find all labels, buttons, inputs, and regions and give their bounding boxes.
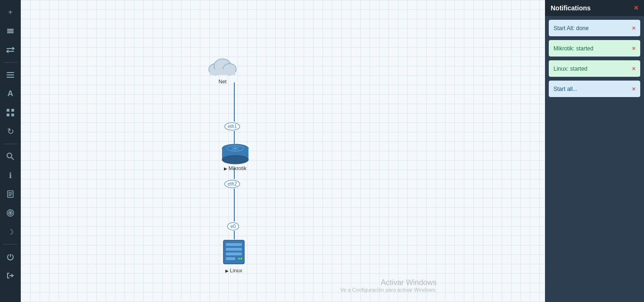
zoom-icon[interactable]	[2, 148, 19, 165]
svg-rect-39	[226, 243, 242, 246]
svg-point-43	[238, 258, 240, 260]
notification-close-4[interactable]: ×	[632, 85, 636, 92]
topology-svg	[21, 0, 545, 302]
svg-rect-7	[7, 77, 14, 78]
svg-line-13	[11, 157, 14, 160]
notification-text-4: Start all...	[553, 86, 578, 92]
notifications-close-button[interactable]: ×	[634, 4, 638, 12]
sidebar-divider-2	[3, 144, 17, 144]
notification-item-4: Start all... ×	[549, 81, 640, 97]
svg-point-44	[240, 258, 242, 260]
power-icon[interactable]	[2, 248, 19, 265]
eth2-badge: eth2	[224, 180, 240, 188]
svg-rect-6	[7, 74, 14, 75]
node-net[interactable]: Net	[206, 54, 239, 84]
notification-close-3[interactable]: ×	[632, 65, 636, 72]
notification-item-2: Mikrotik: started ×	[549, 40, 640, 57]
windows-watermark: Activar Windows Ve a Configuración para …	[340, 278, 437, 293]
svg-point-33	[222, 155, 248, 164]
notification-text-1: Start All: done	[553, 25, 589, 32]
node-mikrotik[interactable]: Mikrotik	[221, 144, 249, 171]
notification-item-3: Linux: started ×	[549, 60, 640, 77]
svg-rect-10	[7, 114, 9, 116]
moon-icon[interactable]: ☽	[2, 223, 19, 240]
notification-text-2: Mikrotik: started	[553, 45, 594, 52]
text-icon[interactable]: A	[2, 85, 19, 102]
server-icon	[222, 239, 246, 267]
target-icon[interactable]	[2, 204, 19, 221]
e0-badge: e0	[227, 222, 239, 230]
sidebar: + A ↻ ℹ	[0, 0, 21, 302]
svg-rect-42	[226, 257, 235, 260]
svg-rect-40	[226, 248, 242, 251]
notification-close-1[interactable]: ×	[632, 24, 636, 32]
svg-rect-9	[11, 109, 14, 112]
watermark-line1: Activar Windows	[340, 278, 437, 287]
svg-rect-8	[7, 109, 9, 112]
info-icon[interactable]: ℹ	[2, 167, 19, 184]
layers-icon[interactable]	[2, 23, 19, 40]
node-linux[interactable]: Linux	[222, 239, 246, 273]
notification-text-3: Linux: started	[553, 65, 587, 72]
sidebar-divider-1	[3, 62, 17, 63]
router-icon	[221, 144, 249, 164]
grid-icon[interactable]	[2, 104, 19, 121]
notifications-title: Notifications	[551, 4, 591, 12]
add-icon[interactable]: +	[2, 4, 19, 21]
node-net-label: Net	[218, 79, 226, 84]
notification-close-2[interactable]: ×	[632, 45, 636, 52]
list-icon[interactable]	[2, 66, 19, 83]
main-canvas[interactable]: Net eth1 Mikrotik eth2 e0	[21, 0, 545, 302]
connections-icon[interactable]	[2, 41, 19, 58]
node-e0[interactable]: e0	[227, 221, 239, 230]
logout-icon[interactable]	[2, 267, 19, 284]
svg-rect-5	[7, 72, 14, 73]
notifications-panel: Notifications × Start All: done × Mikrot…	[545, 0, 644, 302]
notification-item-1: Start All: done ×	[549, 20, 640, 36]
svg-rect-1	[7, 31, 14, 32]
node-linux-label: Linux	[225, 268, 242, 273]
svg-point-12	[7, 153, 12, 158]
svg-rect-0	[7, 29, 14, 30]
svg-point-20	[10, 212, 11, 214]
notifications-body: Start All: done × Mikrotik: started × Li…	[545, 16, 644, 302]
refresh-icon[interactable]: ↻	[2, 123, 19, 140]
svg-rect-30	[210, 69, 235, 75]
node-eth2[interactable]: eth2	[224, 179, 240, 188]
node-eth1[interactable]: eth1	[224, 122, 240, 130]
svg-rect-11	[11, 114, 14, 116]
node-mikrotik-label: Mikrotik	[224, 165, 246, 171]
svg-rect-2	[7, 32, 14, 33]
notifications-header: Notifications ×	[545, 0, 644, 16]
svg-rect-41	[226, 253, 242, 255]
sidebar-divider-3	[3, 244, 17, 245]
cloud-icon	[206, 54, 239, 78]
watermark-line2: Ve a Configuración para activar Windows.	[340, 287, 437, 293]
eth1-badge: eth1	[224, 122, 240, 131]
notes-icon[interactable]	[2, 186, 19, 203]
